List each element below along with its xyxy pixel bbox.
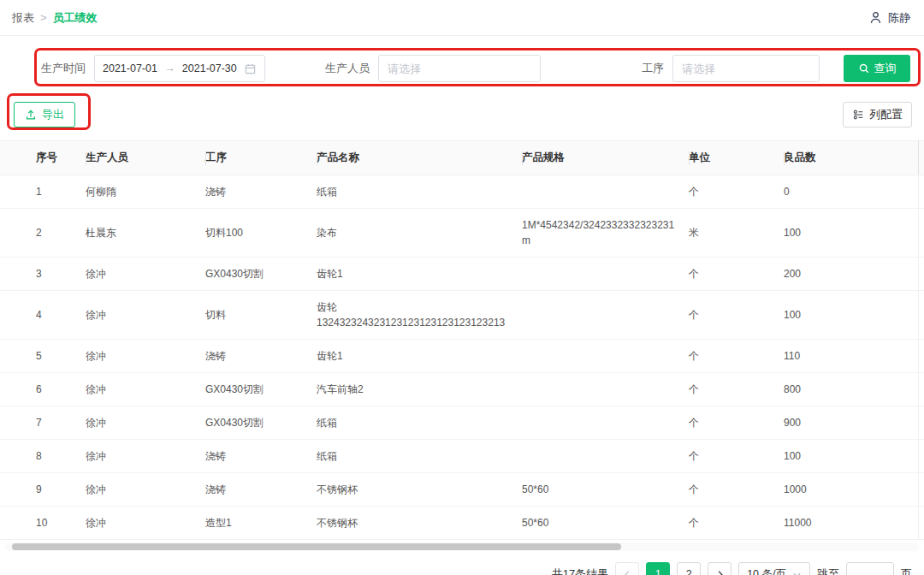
table-header-row: 序号 生产人员 工序 产品名称 产品规格 单位 良品数 — [0, 141, 924, 175]
cell-index: 9 — [0, 473, 86, 507]
col-header-cutoff — [918, 141, 924, 175]
cell-product-name: 纸箱 — [317, 175, 522, 209]
cell-good-count: 800 — [784, 373, 918, 406]
col-header-product-name: 产品名称 — [317, 141, 522, 175]
performance-table: 序号 生产人员 工序 产品名称 产品规格 单位 良品数 1 何柳隋 浇铸 纸箱 … — [0, 140, 924, 540]
toolbar: 导出 列配置 — [0, 102, 924, 127]
col-header-person: 生产人员 — [86, 141, 205, 175]
table-row: 8 徐冲 浇铸 纸箱 个 100 — [0, 440, 924, 473]
cell-person: 徐冲 — [86, 473, 205, 507]
table-row: 5 徐冲 浇铸 齿轮1 个 110 — [0, 340, 924, 373]
filter-row: 生产时间 2021-07-01 → 2021-07-30 生产人员 工序 查询 — [0, 50, 924, 87]
cell-product-name: 不锈钢杯 — [317, 473, 522, 507]
page-size-select[interactable]: 10 条/页 — [738, 562, 810, 575]
breadcrumb-section[interactable]: 报表 — [12, 10, 34, 26]
column-config-button[interactable]: 列配置 — [843, 102, 912, 127]
cell-unit: 个 — [689, 373, 784, 406]
export-button[interactable]: 导出 — [14, 102, 75, 127]
cell-product-name: 不锈钢杯 — [317, 507, 522, 540]
search-button-label: 查询 — [874, 61, 897, 76]
col-header-process: 工序 — [205, 141, 317, 175]
date-start-value[interactable]: 2021-07-01 — [103, 62, 157, 74]
cell-product-name: 纸箱 — [317, 440, 522, 473]
col-header-product-spec: 产品规格 — [522, 141, 689, 175]
cell-process: GX0430切割 — [205, 406, 317, 440]
cell-product-name: 纸箱 — [317, 406, 522, 440]
search-icon — [858, 62, 870, 74]
cell-product-name: 染布 — [317, 209, 522, 258]
cell-index: 7 — [0, 406, 86, 440]
page-button-1[interactable]: 1 — [646, 562, 670, 575]
cell-person: 徐冲 — [86, 258, 205, 291]
horizontal-scrollbar — [5, 542, 919, 551]
col-header-unit: 单位 — [689, 141, 784, 175]
date-range-arrow: → — [164, 62, 175, 74]
jump-to-page-input[interactable] — [846, 562, 894, 575]
cell-person: 徐冲 — [86, 507, 205, 540]
cell-process: GX0430切割 — [205, 373, 317, 406]
page-button-2[interactable]: 2 — [677, 562, 701, 575]
user-menu[interactable]: 陈静 — [868, 10, 910, 26]
cell-product-spec — [522, 175, 689, 209]
cell-good-count: 100 — [784, 440, 918, 473]
cell-product-spec — [522, 440, 689, 473]
date-end-value[interactable]: 2021-07-30 — [182, 62, 237, 74]
cell-person: 徐冲 — [86, 440, 205, 473]
date-filter-label: 生产时间 — [41, 61, 86, 76]
cell-person: 徐冲 — [86, 373, 205, 406]
cell-good-count: 100 — [784, 209, 918, 258]
prev-page-button[interactable] — [615, 562, 639, 575]
breadcrumb-separator: > — [40, 11, 47, 24]
cell-index: 10 — [0, 507, 86, 540]
person-filter-input[interactable] — [378, 55, 541, 82]
table-row: 9 徐冲 浇铸 不锈钢杯 50*60 个 1000 — [0, 473, 924, 507]
table-row: 2 杜晨东 切料100 染布 1M*4542342/32423323323232… — [0, 209, 924, 258]
table-row: 4 徐冲 切料 齿轮132432324323123123123123123123… — [0, 291, 924, 340]
cell-process: 造型1 — [205, 507, 317, 540]
cell-person: 徐冲 — [86, 340, 205, 373]
table-row: 1 何柳隋 浇铸 纸箱 个 0 — [0, 175, 924, 209]
jump-to-label: 跳至 — [817, 566, 839, 575]
pagination-total: 共17条结果 — [552, 566, 608, 575]
cell-unit: 个 — [689, 291, 784, 340]
cell-good-count: 900 — [784, 406, 918, 440]
search-button[interactable]: 查询 — [844, 55, 910, 82]
jump-to-suffix: 页 — [901, 566, 912, 575]
date-range-input[interactable]: 2021-07-01 → 2021-07-30 — [94, 55, 265, 82]
cell-good-count: 200 — [784, 258, 918, 291]
cell-process: 浇铸 — [205, 340, 317, 373]
cell-product-name: 齿轮1 — [317, 340, 522, 373]
process-filter-label: 工序 — [642, 61, 664, 76]
cell-index: 4 — [0, 291, 86, 340]
cell-unit: 个 — [689, 440, 784, 473]
cell-process: GX0430切割 — [205, 258, 317, 291]
cell-index: 2 — [0, 209, 86, 258]
process-filter-input[interactable] — [672, 55, 820, 82]
cell-good-count: 1000 — [784, 473, 918, 507]
chevron-left-icon — [623, 570, 632, 575]
cell-product-name: 汽车前轴2 — [317, 373, 522, 406]
column-config-icon — [852, 109, 864, 121]
table-container: 序号 生产人员 工序 产品名称 产品规格 单位 良品数 1 何柳隋 浇铸 纸箱 … — [0, 140, 924, 540]
person-icon — [868, 10, 883, 25]
cell-unit: 个 — [689, 473, 784, 507]
cell-index: 3 — [0, 258, 86, 291]
cell-product-spec — [522, 291, 689, 340]
export-button-label: 导出 — [42, 107, 64, 122]
cell-process: 切料 — [205, 291, 317, 340]
cell-process: 浇铸 — [205, 473, 317, 507]
chevron-down-icon — [792, 570, 802, 575]
cell-product-name: 齿轮1 — [317, 258, 522, 291]
table-row: 3 徐冲 GX0430切割 齿轮1 个 200 — [0, 258, 924, 291]
cell-product-spec: 50*60 — [522, 507, 689, 540]
cell-good-count: 110 — [784, 340, 918, 373]
cell-unit: 个 — [689, 340, 784, 373]
next-page-button[interactable] — [708, 562, 732, 575]
cell-person: 杜晨东 — [86, 209, 205, 258]
horizontal-scrollbar-thumb[interactable] — [12, 543, 621, 550]
cell-product-spec — [522, 340, 689, 373]
cell-product-spec: 1M*4542342/3242332332323231m — [522, 209, 689, 258]
cell-person: 徐冲 — [86, 406, 205, 440]
cell-process: 切料100 — [205, 209, 317, 258]
user-name: 陈静 — [888, 10, 910, 26]
